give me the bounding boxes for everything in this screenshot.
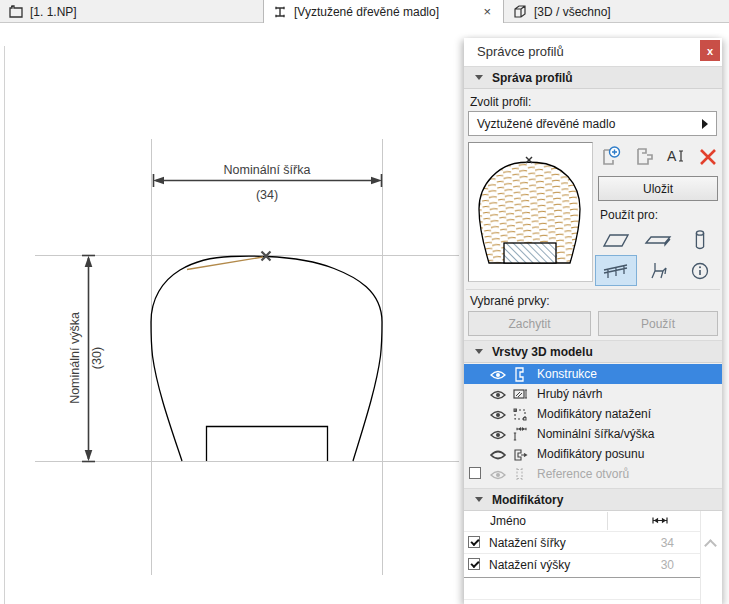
layer-type-opening-icon [512, 466, 528, 485]
panel-titlebar[interactable]: Správce profilů x [464, 38, 722, 66]
profile-preview-image [469, 143, 592, 281]
modifier-row-width[interactable]: Natažení šířky 34 [464, 531, 700, 553]
modifier-checkbox[interactable] [468, 558, 480, 570]
section-modifiers[interactable]: Modifikátory [464, 488, 722, 511]
profile-preview [468, 142, 593, 282]
caret-down-icon [475, 75, 483, 80]
layer-name: Reference otvorů [537, 467, 629, 481]
use-for-grid [595, 224, 721, 286]
dim-arrow-right [371, 177, 382, 185]
tab-profile-editor-label: [Vyztužené dřevěné madlo] [294, 5, 439, 19]
reinforcement-outline[interactable] [207, 427, 328, 462]
layer-row-modifikatory-natazeni[interactable]: Modifikátory natažení [464, 404, 722, 424]
profile-manager-panel: Správce profilů x Správa profilů Zvolit … [464, 38, 722, 604]
section-3d-layers[interactable]: Vrstvy 3D modelu [464, 340, 722, 363]
profile-outline[interactable] [151, 256, 382, 461]
dim-arrow-bottom [85, 450, 93, 461]
panel-title: Správce profilů [477, 38, 564, 66]
tab-bar: [1. 1.NP] [Vyztužené dřevěné madlo] × [3… [0, 0, 729, 23]
profile-dropdown-value: Vyztužené dřevěné madlo [477, 117, 615, 131]
modifier-value: 34 [632, 536, 674, 550]
rename-profile-button[interactable]: A [662, 144, 688, 170]
tab-close-icon[interactable]: × [479, 5, 495, 18]
apply-button[interactable]: Použít [598, 311, 718, 336]
svg-text:A: A [667, 148, 677, 164]
modifier-name: Natažení výšky [489, 558, 570, 572]
eye-hidden-icon[interactable] [490, 449, 506, 463]
section-profile-management-label: Správa profilů [492, 71, 573, 85]
use-for-info-icon[interactable] [679, 255, 721, 286]
use-for-label: Použít pro: [600, 208, 658, 222]
capture-button[interactable]: Zachytit [468, 311, 591, 336]
modifier-checkbox[interactable] [468, 536, 480, 548]
table-end-line [464, 577, 700, 578]
profile-ibeam-icon [272, 4, 288, 20]
layer-type-profile-icon [512, 366, 528, 385]
height-dim-label: Nominální výška [68, 312, 82, 404]
width-dim-label: Nominální šířka [224, 163, 311, 177]
layer-type-offset-icon [512, 446, 528, 465]
save-button[interactable]: Uložit [598, 176, 718, 201]
modifiers-table-header: Jméno [464, 511, 722, 531]
modifiers-table: Jméno Natažení šířky 34 Natažení výšky 3… [464, 511, 722, 604]
stretch-modifier-line[interactable] [187, 257, 263, 270]
name-column-header: Jméno [490, 514, 526, 528]
use-for-object-icon[interactable] [637, 255, 679, 286]
modifier-row-height[interactable]: Natažení výšky 30 [464, 553, 700, 575]
choose-profile-label: Zvolit profil: [470, 95, 531, 109]
eye-visible-icon[interactable] [490, 429, 506, 443]
dim-arrow-left [153, 177, 164, 185]
use-for-wall-icon[interactable] [595, 224, 637, 255]
use-for-beam-icon[interactable] [637, 224, 679, 255]
eye-visible-icon[interactable] [490, 409, 506, 423]
dropdown-arrow-icon [702, 119, 708, 129]
layers-list: Konstrukce Hrubý návrh Modifikátory nata [464, 364, 722, 484]
dimension-column-icon [650, 515, 670, 529]
layer-name: Nominální šířka/výška [537, 427, 654, 441]
height-dim-value: (30) [90, 347, 104, 369]
tab-floor-plan[interactable]: [1. 1.NP] [0, 0, 263, 23]
layer-type-draft-icon [512, 386, 528, 405]
width-dim-value: (34) [256, 188, 278, 202]
tab-3d[interactable]: [3D / všechno] [504, 0, 729, 23]
eye-visible-icon[interactable] [490, 389, 506, 403]
floor-plan-icon [8, 4, 24, 20]
eye-disabled-icon[interactable] [490, 469, 506, 483]
3d-view-icon [512, 4, 528, 20]
profile-dropdown[interactable]: Vyztužené dřevěné madlo [468, 111, 717, 136]
section-profile-management[interactable]: Správa profilů [464, 66, 722, 89]
divider [466, 289, 720, 290]
dim-arrow-top [85, 256, 93, 267]
delete-profile-button[interactable] [695, 144, 721, 170]
layer-name: Modifikátory posunu [537, 447, 644, 461]
new-profile-button[interactable] [597, 144, 623, 170]
table-row-line [464, 599, 700, 600]
layer-row-nominalni-sirka-vyska[interactable]: Nominální šířka/výška [464, 424, 722, 444]
layer-name: Hrubý návrh [537, 387, 602, 401]
modifier-value: 30 [632, 558, 674, 572]
layer-row-modifikatory-posunu[interactable]: Modifikátory posunu [464, 444, 722, 464]
panel-close-button[interactable]: x [700, 40, 720, 61]
layer-row-hruby-navrh[interactable]: Hrubý návrh [464, 384, 722, 404]
layer-row-konstrukce[interactable]: Konstrukce [464, 364, 722, 384]
layer-type-nominal-size-icon [512, 426, 528, 445]
use-for-column-icon[interactable] [679, 224, 721, 255]
section-3d-layers-label: Vrstvy 3D modelu [492, 345, 593, 359]
layer-row-reference-otvoru[interactable]: Reference otvorů [464, 464, 722, 484]
layer-name: Modifikátory natažení [537, 407, 651, 421]
section-modifiers-label: Modifikátory [492, 493, 563, 507]
scroll-column-separator [700, 511, 701, 604]
layer-checkbox[interactable] [469, 467, 481, 479]
duplicate-profile-button[interactable] [630, 144, 656, 170]
profile-toolbar: A [597, 144, 721, 170]
eye-visible-icon[interactable] [490, 369, 506, 383]
use-for-railing-icon[interactable] [595, 255, 637, 286]
tab-floor-plan-label: [1. 1.NP] [30, 5, 77, 19]
scroll-up-icon[interactable] [706, 538, 715, 547]
selected-elements-label: Vybrané prvky: [470, 294, 550, 308]
column-separator [607, 512, 608, 530]
app-window: [1. 1.NP] [Vyztužené dřevěné madlo] × [3… [0, 0, 729, 604]
caret-down-icon [475, 349, 483, 354]
tab-3d-label: [3D / všechno] [534, 5, 611, 19]
tab-profile-editor[interactable]: [Vyztužené dřevěné madlo] × [263, 0, 504, 23]
